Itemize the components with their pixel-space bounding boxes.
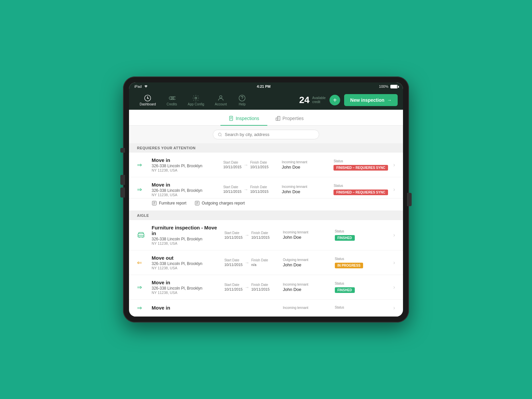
row-city-1: NY 11238, USA — [152, 168, 218, 172]
new-inspection-button[interactable]: New inspection → — [344, 94, 398, 106]
nav-app-config-label: App Config — [188, 102, 204, 106]
move-in-icon-6: ⇒ — [137, 304, 142, 312]
start-date-value-1: 10/11/2015 — [223, 165, 241, 169]
row-tenant-2: Incoming tennant John Doe — [282, 185, 328, 194]
add-credits-button[interactable]: + — [330, 95, 340, 105]
start-date-label-3: Start Date — [224, 231, 243, 235]
ipad-screen: iPad 4:21 PM 100% — [129, 82, 403, 317]
nav-item-account[interactable]: Account — [209, 93, 232, 107]
battery-percent: 100% — [379, 84, 388, 88]
tab-properties-label: Properties — [283, 116, 304, 121]
tab-properties[interactable]: Properties — [267, 112, 312, 126]
home-button[interactable] — [407, 193, 412, 206]
svg-point-11 — [218, 133, 221, 136]
nav-item-app-config[interactable]: App Config — [183, 93, 209, 107]
search-input[interactable] — [225, 132, 314, 137]
start-date-col-3: Start Date 10/11/2015 — [224, 231, 243, 239]
start-date-col-2: Start Date 10/11/2015 — [223, 185, 241, 194]
svg-point-5 — [195, 97, 197, 99]
row-main-2: Move in 326-338 Lincoln Pl, Brooklyn NY … — [152, 182, 218, 197]
credits-label: Available credit — [312, 96, 326, 104]
volume-up-button[interactable] — [120, 175, 125, 185]
dashboard-icon — [144, 94, 151, 102]
row-status-6: Status — [335, 306, 388, 311]
nav-item-credits[interactable]: Credits — [161, 93, 183, 107]
inspection-row-6[interactable]: ⇒ Move in Incoming tennant Status › — [129, 300, 403, 317]
inspection-row-4[interactable]: ⇐ Move out 326-338 Lincoln Pl, Brooklyn … — [129, 250, 403, 275]
status-label-6: Status — [335, 306, 388, 309]
battery-icon — [390, 85, 398, 88]
row-main-4: Move out 326-338 Lincoln Pl, Brooklyn NY… — [152, 255, 219, 270]
tenant-label-2: Incoming tennant — [282, 185, 328, 189]
content-scroll[interactable]: REQUIERES YOUR ATTENTION ⇒ Move in 326-3… — [129, 143, 403, 317]
row-city-4: NY 11238, USA — [152, 266, 219, 270]
inspection-row-5[interactable]: ⇒ Move in 326-338 Lincoln Pl, Brooklyn N… — [129, 275, 403, 300]
new-inspection-label: New inspection — [350, 97, 384, 103]
chevron-right-icon-2: › — [393, 187, 395, 193]
volume-buttons — [120, 175, 125, 200]
nav-item-dashboard[interactable]: Dashboard — [134, 93, 161, 107]
row-icon-4: ⇐ — [137, 259, 146, 266]
row-status-5: Status FINSHED — [335, 282, 388, 293]
row-status-3: Status FINSHED — [335, 229, 388, 241]
tenant-label-6: Incoming tennant — [283, 306, 330, 310]
wifi-icon — [144, 84, 148, 88]
credits-icon — [168, 94, 176, 102]
status-badge-3: FINSHED — [335, 235, 355, 241]
status-label-3: Status — [335, 229, 388, 233]
start-date-value-2: 10/11/2015 — [223, 190, 241, 194]
tab-inspections[interactable]: Inspections — [220, 112, 267, 126]
row-type-1: Move in — [152, 157, 218, 163]
row-type-2: Move in — [152, 182, 218, 188]
row-main-6: Move in — [152, 305, 278, 311]
status-badge-1: FINISHED – REQUIERES SYNC — [333, 165, 388, 171]
inspection-row-1[interactable]: ⇒ Move in 326-338 Lincoln Pl, Brooklyn N… — [129, 153, 403, 177]
move-out-icon: ⇐ — [137, 259, 142, 266]
move-in-icon-5: ⇒ — [137, 284, 142, 291]
svg-rect-9 — [276, 118, 278, 120]
finish-date-col-3: Finish Date 10/11/2015 — [251, 231, 270, 239]
sub-item-furniture-report[interactable]: Furniture report — [152, 200, 187, 206]
row-icon-2: ⇒ — [137, 186, 146, 193]
start-date-col-4: Start Date 10/11/2015 — [224, 258, 243, 267]
finish-date-label-4: Finish Date — [251, 258, 268, 262]
row-icon-6: ⇒ — [137, 304, 146, 312]
chevron-right-icon-3: › — [393, 232, 395, 238]
search-icon — [218, 132, 222, 137]
row-dates-4: Start Date 10/11/2015 → Finish Date n/a — [224, 258, 278, 267]
row-address-1: 326-338 Lincoln Pl, Brooklyn — [152, 164, 218, 168]
app-config-icon — [192, 94, 200, 102]
row-dates-1: Start Date 10/11/2015 → Finish Date 10/1… — [223, 161, 276, 169]
row-icon-5: ⇒ — [137, 284, 146, 291]
power-button[interactable] — [120, 148, 125, 153]
tenant-name-3: John Doe — [283, 235, 330, 240]
move-in-icon: ⇒ — [137, 161, 142, 169]
row-dates-2: Start Date 10/11/2015 → Finish Date 10/1… — [223, 185, 276, 194]
account-icon — [217, 94, 224, 102]
tenant-name-2: John Doe — [282, 189, 328, 194]
inspection-row-3[interactable]: Furniture inspection - Move in 326-338 L… — [129, 220, 403, 250]
nav-account-label: Account — [215, 102, 227, 106]
sub-item-outgoing-charges[interactable]: Outgoing charges report — [195, 200, 245, 206]
finish-date-value-4: n/a — [251, 263, 268, 267]
tenant-label-3: Incoming tennant — [283, 230, 330, 234]
status-badge-2: FINISHED – REQUIERES SYNC — [333, 190, 388, 195]
finish-date-label-5: Finish Date — [251, 283, 270, 287]
date-arrow-sep-3: → — [245, 232, 249, 238]
date-arrow-sep-5: → — [245, 285, 249, 290]
tenant-name-5: John Doe — [283, 287, 330, 292]
row-main-1: Move in 326-338 Lincoln Pl, Brooklyn NY … — [152, 157, 218, 172]
inspection-row-2[interactable]: ⇒ Move in 326-338 Lincoln Pl, Brooklyn N… — [129, 177, 403, 199]
nav-item-help[interactable]: Help — [232, 93, 252, 107]
search-box[interactable] — [213, 130, 319, 139]
battery-fill — [391, 85, 397, 88]
row-tenant-4: Outgoing tennant John Doe — [283, 258, 330, 267]
volume-down-button[interactable] — [120, 188, 125, 198]
finish-date-label-3: Finish Date — [251, 231, 270, 235]
section-header-attention: REQUIERES YOUR ATTENTION — [129, 143, 403, 153]
row-city-5: NY 11238, USA — [152, 291, 219, 295]
chevron-right-icon-1: › — [393, 162, 395, 168]
start-date-col-1: Start Date 10/11/2015 — [223, 161, 241, 169]
credits-display: 24 Available credit — [299, 95, 326, 105]
finish-date-value-1: 10/11/2015 — [250, 165, 268, 169]
